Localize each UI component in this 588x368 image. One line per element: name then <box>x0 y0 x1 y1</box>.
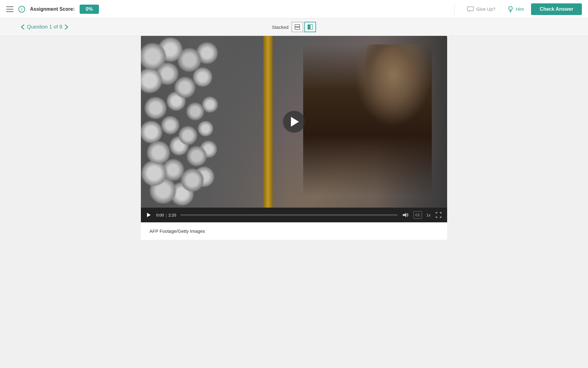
speed-control[interactable]: 1x <box>426 213 431 217</box>
video-wrapper <box>141 36 447 208</box>
play-pause-button[interactable] <box>146 212 152 218</box>
svg-rect-9 <box>311 25 313 29</box>
app-header: i Assignment Score: 0% Give Up? Hint Che… <box>0 0 588 18</box>
svg-rect-0 <box>467 7 473 11</box>
sub-nav: Question 1 of 9 Stacked <box>0 18 588 36</box>
stacked-label: Stacked <box>272 25 288 30</box>
prev-question-button[interactable] <box>18 23 27 31</box>
header-right: Give Up? Hint Check Answer <box>462 3 582 15</box>
info-icon[interactable]: i <box>18 6 25 13</box>
svg-marker-10 <box>403 213 406 217</box>
view-toggle <box>292 22 316 32</box>
header-left: i Assignment Score: 0% <box>6 5 447 14</box>
main-content: 0:00 | 2:20 CC 1x <box>0 36 588 240</box>
video-play-overlay <box>141 36 447 208</box>
svg-rect-8 <box>308 25 310 29</box>
fullscreen-button[interactable] <box>435 211 442 219</box>
play-video-button[interactable] <box>283 111 305 133</box>
hint-button[interactable]: Hint <box>508 6 524 13</box>
score-badge: 0% <box>80 5 99 14</box>
side-by-side-view-button[interactable] <box>304 22 316 32</box>
bulb-icon <box>508 6 513 13</box>
svg-marker-1 <box>469 11 470 12</box>
next-question-button[interactable] <box>62 23 71 31</box>
chat-icon <box>467 6 474 12</box>
video-container: 0:00 | 2:20 CC 1x <box>141 36 447 240</box>
give-up-button[interactable]: Give Up? <box>462 5 500 14</box>
volume-button[interactable] <box>402 211 409 219</box>
video-controls: 0:00 | 2:20 CC 1x <box>141 208 447 222</box>
assignment-score-label: Assignment Score: <box>30 6 75 12</box>
menu-icon[interactable] <box>6 6 13 12</box>
stacked-view-button[interactable] <box>292 22 303 32</box>
cc-button[interactable]: CC <box>413 211 422 219</box>
check-answer-button[interactable]: Check Answer <box>531 3 582 15</box>
svg-rect-7 <box>295 27 300 29</box>
stacked-area: Stacked <box>272 22 316 32</box>
svg-rect-6 <box>295 25 300 27</box>
time-display: 0:00 | 2:20 <box>156 213 176 217</box>
svg-point-2 <box>509 6 512 10</box>
question-label: Question 1 of 9 <box>27 24 62 30</box>
progress-bar[interactable] <box>180 214 398 216</box>
header-divider <box>454 3 455 15</box>
stacked-view-icon <box>294 24 300 30</box>
side-view-icon <box>307 24 313 30</box>
video-caption: AFP Footage/Getty Images <box>141 222 447 240</box>
